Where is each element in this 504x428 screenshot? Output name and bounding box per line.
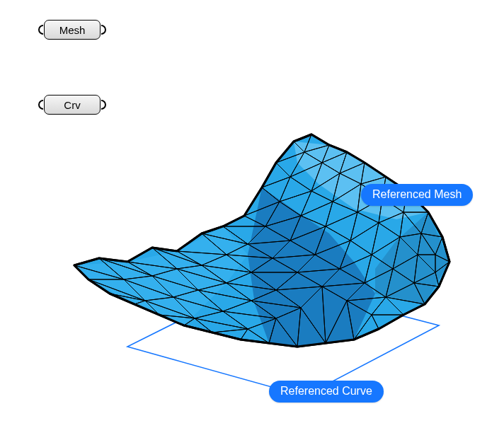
param-curve-label: Crv [44,95,101,115]
label-referenced-mesh: Referenced Mesh [361,184,473,206]
label-referenced-curve: Referenced Curve [269,381,384,403]
viewport-3d[interactable] [42,113,481,410]
canvas: Mesh Crv [0,0,504,428]
referenced-mesh [74,134,449,347]
grip-right-icon[interactable] [101,100,108,110]
param-mesh-label: Mesh [44,20,101,40]
grip-right-icon[interactable] [101,25,108,35]
param-mesh[interactable]: Mesh [37,20,108,40]
grip-left-icon[interactable] [37,100,44,110]
grip-left-icon[interactable] [37,25,44,35]
param-curve[interactable]: Crv [37,95,108,115]
